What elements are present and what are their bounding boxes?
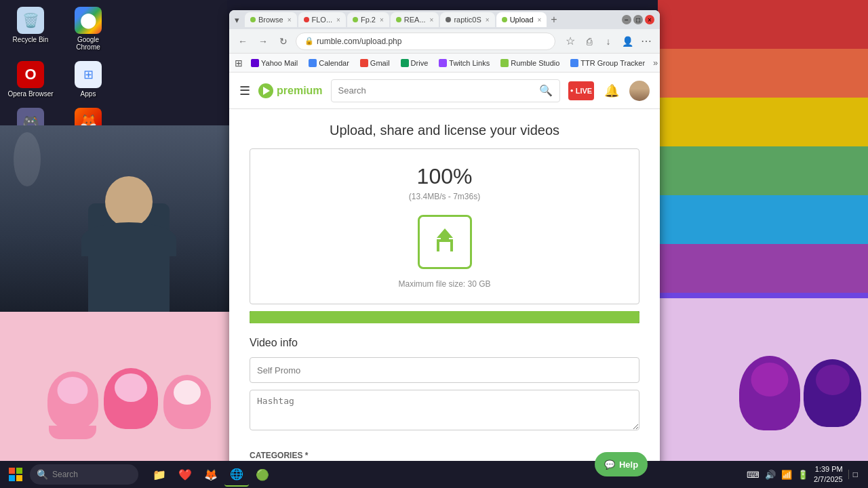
browser-window: ▾ Browse × FLO... × Fp.2 × bbox=[229, 10, 660, 485]
taskbar-app-2[interactable]: ❤️ bbox=[173, 462, 197, 487]
chrome-icon[interactable]: ⬤ Google Chrome bbox=[61, 3, 115, 54]
categories-label: CATEGORIES * bbox=[250, 451, 308, 460]
tab-browse[interactable]: Browse × bbox=[245, 12, 297, 27]
live-button[interactable]: ● LIVE bbox=[568, 81, 594, 100]
svg-rect-5 bbox=[16, 468, 22, 474]
tab-flo[interactable]: FLO... × bbox=[298, 12, 346, 27]
help-button[interactable]: 💬 Help bbox=[595, 452, 648, 476]
header-icons: ● LIVE 🔔 bbox=[568, 80, 650, 102]
opera-icon[interactable]: O Opera Browser bbox=[3, 58, 58, 101]
taskbar-search-icon: 🔍 bbox=[37, 469, 48, 480]
rumble-play-icon bbox=[258, 83, 273, 98]
recycle-bin-icon[interactable]: 🗑️ Recycle Bin bbox=[3, 3, 58, 54]
upload-page: Upload, share and license your videos 10… bbox=[229, 109, 660, 474]
bookmarks-bar: ⊞ Yahoo Mail Calendar Gmail Drive Twitch… bbox=[229, 54, 660, 73]
upload-icon-wrapper bbox=[418, 215, 472, 269]
search-icon[interactable]: 🔍 bbox=[539, 84, 553, 97]
tab-upload[interactable]: Upload × bbox=[496, 12, 547, 27]
svg-marker-3 bbox=[437, 228, 453, 241]
minimize-button[interactable]: − bbox=[622, 15, 631, 24]
address-bar-area: ← → ↻ 🔒 rumble.com/upload.php ☆ ⎙ ↓ 👤 ⋯ bbox=[229, 29, 660, 54]
max-size-label: Maximum file size: 30 GB bbox=[398, 279, 490, 289]
tray-icon-4: 🔋 bbox=[797, 470, 808, 480]
taskbar-app-3[interactable]: 🦊 bbox=[199, 462, 223, 487]
taskbar-clock: 1:39 PM 2/7/2025 bbox=[814, 464, 843, 485]
webcam-feed bbox=[0, 125, 258, 312]
show-desktop[interactable]: □ bbox=[848, 470, 858, 479]
apps-icon[interactable]: ⊞ Apps bbox=[61, 58, 115, 101]
bookmark-drive[interactable]: Drive bbox=[397, 58, 433, 68]
svg-rect-7 bbox=[16, 475, 22, 481]
tab-strip: Browse × FLO... × Fp.2 × REA... × bbox=[245, 12, 619, 27]
taskbar-chrome[interactable]: 🌐 bbox=[224, 462, 249, 487]
bookmark-rumble-studio[interactable]: Rumble Studio bbox=[496, 58, 564, 68]
bookmark-gmail[interactable]: Gmail bbox=[356, 58, 394, 68]
star-button[interactable]: ☆ bbox=[562, 33, 578, 49]
svg-rect-6 bbox=[9, 475, 15, 481]
taskbar-search-bar[interactable]: 🔍 Search bbox=[30, 464, 138, 485]
more-bookmarks[interactable]: » bbox=[653, 58, 658, 68]
desktop: 🗑️ Recycle Bin ⬤ Google Chrome O Opera B… bbox=[0, 0, 868, 488]
tab-rea[interactable]: REA... × bbox=[391, 12, 439, 27]
upload-title: Upload, share and license your videos bbox=[250, 123, 639, 138]
upload-drop-zone[interactable]: 100% (13.4MB/s - 7m36s) Maximum fi bbox=[250, 148, 639, 304]
taskbar: 🔍 Search 📁 ❤️ 🦊 🌐 🟢 ⌨ 🔊 📶 🔋 1:39 PM 2/7/… bbox=[0, 461, 868, 488]
close-button[interactable]: × bbox=[645, 15, 654, 24]
new-tab-button[interactable]: + bbox=[551, 14, 557, 26]
svg-rect-4 bbox=[9, 468, 15, 474]
tray-icon-3: 📶 bbox=[781, 470, 792, 480]
self-promo-input[interactable] bbox=[250, 357, 639, 383]
right-carebears bbox=[658, 298, 868, 488]
apps-grid-button[interactable]: ⊞ bbox=[235, 58, 243, 68]
rumble-logo[interactable]: premium bbox=[258, 83, 323, 98]
search-input[interactable] bbox=[338, 85, 539, 96]
menu-button[interactable]: ⋯ bbox=[638, 33, 654, 49]
notifications-bell[interactable]: 🔔 bbox=[601, 80, 623, 102]
bookmark-twitch[interactable]: Twitch Links bbox=[435, 58, 494, 68]
forward-button[interactable]: → bbox=[255, 33, 271, 49]
tab-raptic[interactable]: raptic0S × bbox=[440, 12, 494, 27]
upload-arrow-icon bbox=[430, 226, 460, 258]
maximize-button[interactable]: □ bbox=[633, 15, 643, 24]
window-controls: − □ × bbox=[622, 15, 654, 24]
hashtag-input[interactable] bbox=[250, 390, 639, 430]
browser-titlebar: ▾ Browse × FLO... × Fp.2 × bbox=[229, 10, 660, 29]
video-info-section: Video info bbox=[250, 337, 639, 433]
refresh-button[interactable]: ↻ bbox=[275, 33, 292, 49]
bookmark-calendar[interactable]: Calendar bbox=[304, 58, 353, 68]
tab-menu-button[interactable]: ▾ bbox=[235, 15, 239, 25]
page-content: ☰ premium 🔍 ● LIVE 🔔 bbox=[229, 73, 660, 485]
search-bar[interactable]: 🔍 bbox=[331, 79, 560, 102]
upload-speed: (13.4MB/s - 7m36s) bbox=[409, 192, 480, 201]
rumble-header: ☰ premium 🔍 ● LIVE 🔔 bbox=[229, 73, 660, 109]
hamburger-menu[interactable]: ☰ bbox=[239, 83, 250, 98]
bookmark-ttr[interactable]: TTR Group Tracker bbox=[566, 58, 649, 68]
screenshot-button[interactable]: ⎙ bbox=[581, 33, 597, 49]
taskbar-apps: 📁 ❤️ 🦊 🌐 🟢 bbox=[147, 462, 275, 487]
upload-percent: 100% bbox=[417, 164, 473, 189]
windows-start-button[interactable] bbox=[3, 462, 28, 487]
progress-bar-container bbox=[250, 311, 639, 323]
video-info-title: Video info bbox=[250, 337, 639, 349]
taskbar-file-explorer[interactable]: 📁 bbox=[147, 462, 172, 487]
help-chat-icon: 💬 bbox=[604, 460, 615, 470]
webcam-area bbox=[0, 125, 258, 312]
categories-section: CATEGORIES * bbox=[250, 443, 639, 461]
url-bar[interactable]: 🔒 rumble.com/upload.php bbox=[296, 33, 555, 50]
bookmark-yahoo[interactable]: Yahoo Mail bbox=[247, 58, 302, 68]
tray-icon-1: ⌨ bbox=[747, 470, 760, 480]
tab-fp2[interactable]: Fp.2 × bbox=[347, 12, 389, 27]
progress-fill bbox=[250, 311, 639, 323]
profile-button[interactable]: 👤 bbox=[619, 33, 635, 49]
lock-icon: 🔒 bbox=[304, 37, 314, 45]
taskbar-tray: ⌨ 🔊 📶 🔋 1:39 PM 2/7/2025 □ bbox=[747, 464, 865, 485]
tray-icon-2: 🔊 bbox=[765, 470, 776, 480]
back-button[interactable]: ← bbox=[235, 33, 251, 49]
download-button[interactable]: ↓ bbox=[600, 33, 616, 49]
user-avatar[interactable] bbox=[629, 81, 650, 101]
taskbar-rumble[interactable]: 🟢 bbox=[250, 462, 275, 487]
